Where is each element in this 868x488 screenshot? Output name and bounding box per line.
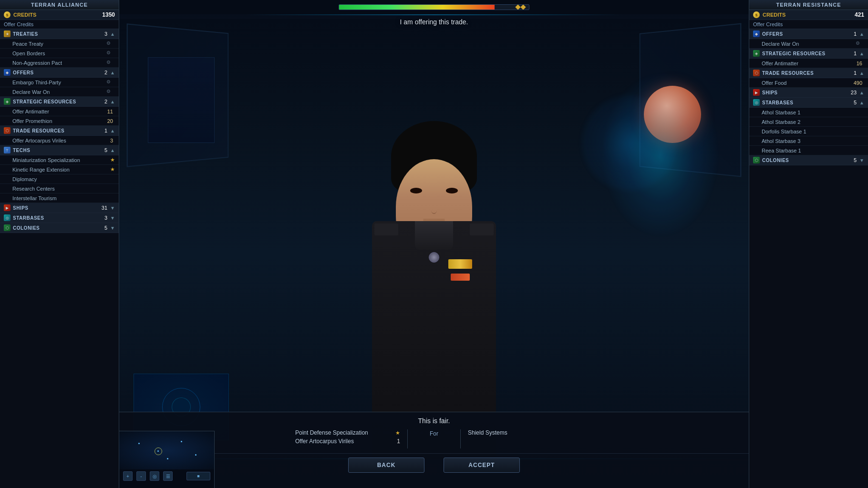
right-trade-section-header[interactable]: ⬡ Trade Resources 1 ▲ bbox=[749, 68, 868, 78]
item-name: Athol Starbase 3 bbox=[762, 138, 864, 144]
trade-resources-section-header[interactable]: ⬡ Trade Resources 1 ▲ bbox=[0, 126, 119, 136]
right-offers-section-header[interactable]: ◆ Offers 1 ▲ bbox=[749, 29, 868, 39]
right-offers-arrow: ▲ bbox=[859, 31, 864, 37]
item-value: 3 bbox=[110, 138, 113, 143]
right-ships-section-header[interactable]: ▶ Ships 23 ▲ bbox=[749, 88, 868, 98]
list-item[interactable]: Declare War On ⚙ bbox=[749, 39, 868, 49]
minimap-zoom-in[interactable]: + bbox=[123, 471, 133, 481]
item-value: 490 bbox=[854, 80, 862, 86]
offer-item-name: Point Defense Specialization bbox=[295, 429, 392, 436]
offers-count: 2 bbox=[104, 70, 107, 75]
list-item[interactable]: Declare War On ⚙ bbox=[0, 87, 119, 97]
minimap-display bbox=[119, 431, 214, 469]
list-item[interactable]: Dorfolis Starbase 1 bbox=[749, 127, 868, 136]
minimap-zoom-out[interactable]: - bbox=[136, 471, 146, 481]
for-label: For bbox=[430, 430, 438, 437]
list-item[interactable]: Athol Starbase 1 bbox=[749, 108, 868, 117]
left-credits-icon: $ bbox=[4, 11, 10, 18]
list-item[interactable]: Open Borders ⚙ bbox=[0, 49, 119, 58]
item-name: Athol Starbase 1 bbox=[762, 110, 864, 115]
strategic-resources-section-header[interactable]: ◈ strateGiC ResourCES 2 ▲ bbox=[0, 97, 119, 107]
list-item[interactable]: Embargo Third-Party ⚙ bbox=[0, 78, 119, 87]
offers-section-header[interactable]: ◆ Offers 2 ▲ bbox=[0, 68, 119, 78]
item-options-icon: ⚙ bbox=[106, 89, 113, 95]
list-item[interactable]: Diplomacy bbox=[0, 174, 119, 184]
list-item[interactable]: Offer Promethion 20 bbox=[0, 116, 119, 126]
treaties-icon: ★ bbox=[4, 30, 10, 37]
colonies-section-header[interactable]: ⬡ Colonies 5 ▼ bbox=[0, 223, 119, 233]
right-ships-arrow: ▲ bbox=[859, 90, 864, 95]
starbases-icon: ◎ bbox=[4, 214, 10, 221]
item-options-icon: ⚙ bbox=[856, 41, 862, 47]
item-options-icon: ⚙ bbox=[106, 50, 113, 57]
star-icon: ★ bbox=[110, 166, 115, 173]
list-item[interactable]: Miniaturization Specialization ★ bbox=[0, 155, 119, 165]
right-colonies-section-header[interactable]: ⬡ Colonies 5 ▼ bbox=[749, 155, 868, 165]
item-value: 11 bbox=[107, 109, 113, 114]
list-item[interactable]: Offer Artocarpus Viriles 3 bbox=[0, 136, 119, 145]
list-item[interactable]: Athol Starbase 3 bbox=[749, 136, 868, 146]
right-strategic-section-header[interactable]: ◈ Strategic Resources 1 ▲ bbox=[749, 49, 868, 59]
item-name: Embargo Third-Party bbox=[12, 80, 106, 85]
list-item[interactable]: Peace Treaty ⚙ bbox=[0, 39, 119, 49]
right-starbases-icon: ◎ bbox=[753, 99, 760, 106]
item-name: Offer Food bbox=[762, 80, 854, 86]
treaties-section-header[interactable]: ★ TreaTIES 3 ▲ bbox=[0, 29, 119, 39]
list-item[interactable]: Reea Starbase 1 bbox=[749, 146, 868, 155]
list-item[interactable]: Kinetic Range Extension ★ bbox=[0, 165, 119, 174]
starbases-arrow: ▼ bbox=[110, 215, 115, 221]
ships-icon: ▶ bbox=[4, 204, 10, 211]
treaties-arrow: ▲ bbox=[110, 31, 115, 37]
starbases-title: Starbases bbox=[13, 215, 104, 221]
strategic-resources-arrow: ▲ bbox=[110, 99, 115, 104]
techs-section-header[interactable]: T Techs 5 ▲ bbox=[0, 145, 119, 155]
right-panel-content: ◆ Offers 1 ▲ Declare War On ⚙ ◈ Strategi… bbox=[749, 29, 868, 488]
accept-button[interactable]: Accept bbox=[444, 458, 520, 473]
strategic-resources-count: 2 bbox=[104, 99, 107, 104]
list-item[interactable]: Offer Antimatter 11 bbox=[0, 107, 119, 116]
techs-count: 5 bbox=[104, 147, 107, 153]
star-icon: ★ bbox=[110, 157, 115, 163]
back-button[interactable]: Back bbox=[348, 458, 424, 473]
trade-receive-item: Shield Systems bbox=[468, 429, 573, 436]
list-item[interactable]: Non-Aggression Pact ⚙ bbox=[0, 58, 119, 68]
item-name: Kinetic Range Extension bbox=[12, 167, 110, 173]
ships-section-header[interactable]: ▶ Ships 31 ▼ bbox=[0, 203, 119, 213]
starbases-section-header[interactable]: ◎ Starbases 3 ▼ bbox=[0, 213, 119, 223]
minimap-options[interactable]: ☰ bbox=[163, 471, 173, 481]
trade-resources-arrow: ▲ bbox=[110, 128, 115, 133]
trade-resources-title: Trade Resources bbox=[13, 128, 104, 133]
techs-title: Techs bbox=[13, 148, 104, 153]
list-item[interactable]: Research Centers bbox=[0, 184, 119, 193]
list-item[interactable]: Athol Starbase 2 bbox=[749, 117, 868, 127]
colonies-count: 5 bbox=[104, 225, 107, 231]
left-credits-value: 1350 bbox=[102, 11, 115, 18]
ships-arrow: ▼ bbox=[110, 205, 115, 211]
left-offer-credits-button[interactable]: Offer Credits bbox=[0, 20, 119, 29]
right-credits-icon: $ bbox=[753, 11, 760, 18]
list-item[interactable]: Offer Food 490 bbox=[749, 78, 868, 88]
offers-icon: ◆ bbox=[4, 69, 10, 76]
item-name: Offer Artocarpus Viriles bbox=[12, 138, 110, 143]
diamond-indicator bbox=[515, 4, 520, 10]
item-name: Declare War On bbox=[12, 89, 106, 95]
offers-arrow: ▲ bbox=[110, 70, 115, 75]
list-item[interactable]: Offer Antimatter 16 bbox=[749, 59, 868, 68]
right-offers-title: Offers bbox=[762, 31, 854, 37]
right-colonies-count: 5 bbox=[854, 157, 857, 163]
trade-offer-column: Point Defense Specialization ★ Offer Art… bbox=[295, 429, 400, 447]
item-name: Research Centers bbox=[12, 186, 115, 192]
right-colonies-icon: ⬡ bbox=[753, 157, 760, 163]
right-credits-value: 421 bbox=[855, 11, 864, 18]
right-offer-credits-button[interactable]: Offer Credits bbox=[749, 20, 868, 29]
right-ships-count: 23 bbox=[851, 90, 857, 95]
trade-content: Point Defense Specialization ★ Offer Art… bbox=[129, 429, 739, 448]
left-credits-row: $ Credits 1350 bbox=[0, 10, 119, 20]
list-item[interactable]: Interstellar Tourism bbox=[0, 193, 119, 203]
right-starbases-section-header[interactable]: ◎ Starbases 5 ▲ bbox=[749, 98, 868, 108]
minimap-center[interactable]: ◎ bbox=[150, 471, 159, 481]
minimap-area: + - ◎ ☰ ■ bbox=[119, 431, 215, 488]
item-name: Offer Promethion bbox=[12, 118, 107, 124]
colonies-arrow: ▼ bbox=[110, 225, 115, 231]
top-bar bbox=[119, 0, 749, 14]
